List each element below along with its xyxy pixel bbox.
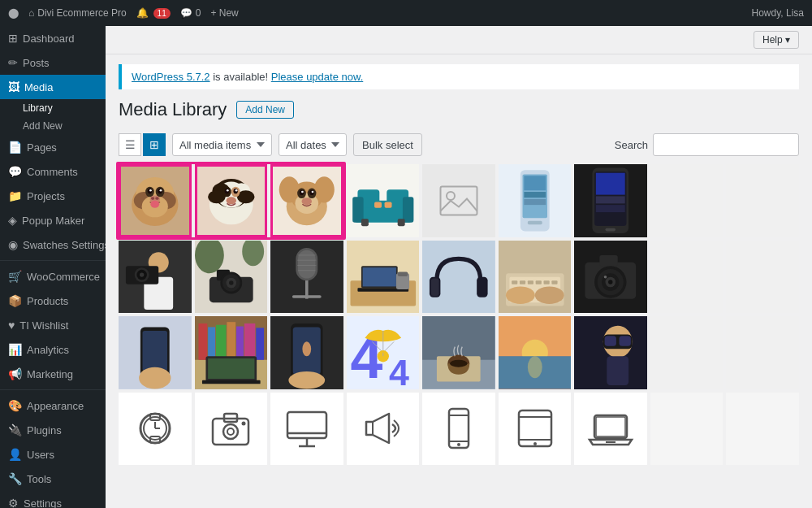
products-icon: 📦 — [8, 294, 22, 307]
svg-rect-63 — [596, 205, 625, 212]
sidebar-label-woo: WooCommerce — [27, 271, 100, 283]
media-item-icon-empty2[interactable] — [726, 393, 799, 466]
svg-point-155 — [528, 356, 542, 378]
wp-logo-item[interactable]: ⬤ — [8, 7, 19, 19]
media-item-phone-swipe[interactable] — [270, 316, 343, 389]
media-item-sunset[interactable] — [499, 316, 572, 389]
svg-point-181 — [457, 443, 460, 446]
media-item-icon-mobile[interactable] — [422, 393, 495, 466]
svg-rect-104 — [520, 280, 525, 284]
sidebar-item-swatches[interactable]: ◉ Swatches Settings — [0, 232, 106, 257]
media-item-coffee[interactable] — [422, 316, 495, 389]
svg-rect-60 — [606, 228, 616, 232]
svg-rect-47 — [397, 219, 404, 226]
sidebar-item-marketing[interactable]: 📢 Marketing — [0, 362, 106, 386]
sidebar-label-popup: Popup Maker — [22, 215, 84, 227]
sidebar-item-tools[interactable]: 🔧 Tools — [0, 467, 106, 491]
woo-icon: 🛒 — [8, 270, 22, 283]
svg-rect-122 — [143, 331, 167, 371]
sidebar-label-products: Products — [27, 295, 68, 307]
sidebar-item-pages[interactable]: 📄 Pages — [0, 135, 106, 159]
media-item-laptop-work[interactable] — [195, 316, 268, 389]
media-item-camera2[interactable] — [574, 241, 647, 314]
sidebar-item-dashboard[interactable]: ⊞ Dashboard — [0, 26, 106, 50]
sidebar-item-products[interactable]: 📦 Products — [0, 289, 106, 313]
media-item-icon-megaphone[interactable] — [347, 393, 420, 466]
media-item-empty2[interactable] — [726, 164, 799, 237]
media-item-phone2[interactable] — [574, 164, 647, 237]
sidebar-item-popup[interactable]: ◈ Popup Maker — [0, 208, 106, 232]
svg-rect-159 — [605, 336, 616, 346]
sidebar-item-woocommerce[interactable]: 🛒 WooCommerce — [0, 264, 106, 289]
media-item-dog1[interactable] — [119, 164, 192, 237]
sidebar-item-plugins[interactable]: 🔌 Plugins — [0, 418, 106, 442]
sidebar-item-settings[interactable]: ⚙ Settings — [0, 491, 106, 508]
wp-version-link[interactable]: WordPress 5.7.2 — [132, 71, 210, 83]
media-item-vr[interactable] — [574, 316, 647, 389]
sidebar-item-comments[interactable]: 💬 Comments — [0, 159, 106, 184]
svg-point-150 — [450, 360, 467, 367]
media-item-empty3[interactable] — [650, 241, 723, 314]
marketing-icon: 📢 — [8, 367, 22, 380]
grid-view-button[interactable]: ⊞ — [143, 133, 166, 156]
media-item-typing[interactable] — [499, 241, 572, 314]
users-icon: 👤 — [8, 448, 22, 461]
comments-item[interactable]: 💬 0 — [180, 7, 201, 19]
media-item-headphones[interactable] — [422, 241, 495, 314]
posts-icon: ✏ — [8, 56, 18, 69]
media-item-phone1[interactable] — [499, 164, 572, 237]
sidebar-label-plugins: Plugins — [27, 424, 62, 436]
media-item-phone-hand[interactable] — [119, 316, 192, 389]
sidebar-item-posts[interactable]: ✏ Posts — [0, 50, 106, 75]
sidebar-item-projects[interactable]: 📁 Projects — [0, 184, 106, 208]
media-item-dog2[interactable] — [195, 164, 268, 237]
svg-point-139 — [288, 371, 325, 389]
wishlist-icon: ♥ — [8, 319, 15, 332]
bulk-select-button[interactable]: Bulk select — [353, 133, 422, 156]
svg-rect-82 — [292, 295, 322, 298]
svg-rect-45 — [403, 197, 413, 222]
media-item-icon-tablet[interactable] — [499, 393, 572, 466]
media-item-icon-watch[interactable] — [119, 393, 192, 466]
media-item-icon-camera[interactable] — [195, 393, 268, 466]
date-filter[interactable]: All dates 2021 2020 — [279, 133, 347, 156]
media-item-trophy[interactable]: 4 4 — [347, 316, 420, 389]
sidebar-sub-addnew[interactable]: Add New — [0, 117, 106, 135]
update-now-link[interactable]: Please update now. — [271, 71, 363, 83]
media-item-workspace[interactable] — [347, 241, 420, 314]
notifications-item[interactable]: 🔔 11 — [136, 7, 171, 19]
add-new-label: + New — [210, 7, 238, 19]
media-item-icon-empty1[interactable] — [650, 393, 723, 466]
search-input[interactable] — [653, 133, 799, 156]
media-item-microphone[interactable] — [270, 241, 343, 314]
svg-rect-187 — [596, 417, 625, 436]
svg-rect-135 — [202, 380, 261, 384]
svg-point-172 — [242, 422, 246, 426]
home-icon: ⌂ — [28, 7, 34, 19]
media-item-dog3[interactable] — [270, 164, 343, 237]
help-button[interactable]: Help ▾ — [754, 31, 799, 49]
add-new-button[interactable]: Add New — [236, 101, 294, 119]
media-item-empty5[interactable] — [650, 316, 723, 389]
sidebar-sub-library[interactable]: Library — [0, 99, 106, 117]
media-item-empty4[interactable] — [726, 241, 799, 314]
media-item-camera-equip[interactable] — [195, 241, 268, 314]
sidebar-item-users[interactable]: 👤 Users — [0, 442, 106, 467]
content-area: Help ▾ WordPress 5.7.2 is available! Ple… — [106, 26, 812, 508]
add-new-item[interactable]: + New — [210, 7, 238, 19]
media-item-icon-laptop[interactable] — [574, 393, 647, 466]
sidebar-item-tiwishlist[interactable]: ♥ TI Wishlist — [0, 313, 106, 337]
sidebar-item-analytics[interactable]: 📊 Analytics — [0, 337, 106, 362]
media-item-cameraman[interactable] — [119, 241, 192, 314]
media-item-empty1[interactable] — [650, 164, 723, 237]
sidebar-item-appearance[interactable]: 🎨 Appearance — [0, 393, 106, 418]
media-item-placeholder[interactable] — [422, 164, 495, 237]
media-item-sofa[interactable] — [347, 164, 420, 237]
media-type-filter[interactable]: All media items Images Audio Video — [172, 133, 272, 156]
svg-rect-49 — [384, 202, 391, 208]
site-name-item[interactable]: ⌂ Divi Ecommerce Pro — [28, 7, 127, 19]
sidebar-item-media[interactable]: 🖼 Media — [0, 75, 106, 99]
media-item-empty6[interactable] — [726, 316, 799, 389]
list-view-button[interactable]: ☰ — [119, 133, 141, 156]
media-item-icon-monitor[interactable] — [270, 393, 343, 466]
